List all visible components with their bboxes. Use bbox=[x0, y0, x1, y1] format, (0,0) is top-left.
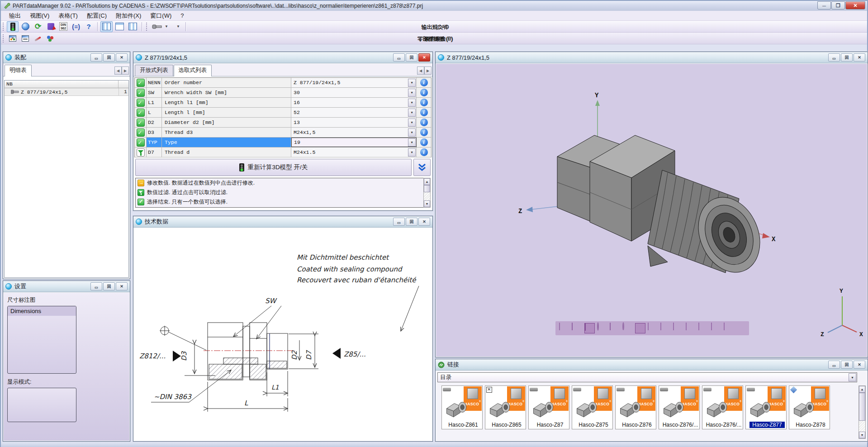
shaded-mode-button[interactable] bbox=[584, 323, 595, 333]
assembly-table-header[interactable]: NB bbox=[5, 81, 128, 88]
zoom-fit-button[interactable] bbox=[597, 323, 607, 333]
info-icon[interactable]: i bbox=[420, 128, 428, 136]
param-row[interactable]: L1 Length l1 [mm] 16 ▼ i bbox=[135, 98, 431, 108]
tile-label[interactable]: Hasco-Z861 bbox=[444, 422, 482, 428]
tech-panel-titlebar[interactable]: 技术数据 bbox=[133, 216, 432, 228]
dropdown-arrow[interactable]: ▼ bbox=[408, 109, 416, 117]
row-status-icon[interactable] bbox=[137, 138, 145, 147]
assembly-panel-titlebar[interactable]: 装配 bbox=[3, 52, 130, 63]
param-value-combobox[interactable]: 52 ▼ bbox=[291, 108, 417, 117]
param-row[interactable]: L Length l [mm] 52 ▼ i bbox=[135, 108, 431, 118]
scroll-thumb[interactable] bbox=[424, 185, 430, 192]
info-icon[interactable]: i bbox=[420, 99, 428, 106]
expand-button[interactable] bbox=[413, 159, 431, 176]
dropdown-arrow[interactable]: ▼ bbox=[849, 373, 856, 381]
param-value-combobox[interactable]: M24x1,5 ▼ bbox=[291, 128, 417, 137]
menu-item[interactable]: 附加件(X) bbox=[111, 11, 146, 21]
rotate-view-button[interactable] bbox=[622, 323, 633, 333]
dropdown-arrow[interactable]: ▼ bbox=[408, 99, 416, 107]
menu-item[interactable]: 配置(C) bbox=[82, 11, 111, 21]
export-to-file-button[interactable]: 输出成文件▼ bbox=[171, 21, 183, 32]
row-status-icon[interactable] bbox=[137, 119, 145, 127]
viewer-panel-titlebar[interactable]: Z 877/19/24x1,5 bbox=[436, 52, 868, 63]
measure-button[interactable] bbox=[635, 323, 645, 333]
info-icon[interactable]: i bbox=[420, 79, 428, 86]
params-panel-titlebar[interactable]: Z 877/19/24x1,5 bbox=[133, 52, 432, 63]
param-value-combobox[interactable]: 13 ▼ bbox=[291, 118, 417, 127]
param-row[interactable]: D3 Thread d3 M24x1,5 ▼ i bbox=[135, 128, 431, 138]
tile-label[interactable]: Hasco-Z865 bbox=[488, 422, 526, 428]
dropdown-arrow[interactable]: ▼ bbox=[408, 128, 416, 137]
info-icon[interactable]: i bbox=[420, 109, 428, 116]
panel-maximize-button[interactable] bbox=[841, 361, 853, 369]
row-status-icon[interactable] bbox=[137, 109, 145, 117]
view-cube-4-button[interactable] bbox=[686, 323, 696, 333]
links-scrollbar[interactable]: ▲ ▼ bbox=[859, 385, 866, 439]
tile-label[interactable]: Hasco-Z877 bbox=[749, 422, 785, 428]
catalog-combobox[interactable]: 目录 ▼ bbox=[437, 372, 857, 382]
panel-minimize-button[interactable] bbox=[393, 218, 405, 226]
view-cube-5-button[interactable] bbox=[698, 323, 709, 333]
view-cube-6-button[interactable] bbox=[711, 323, 721, 333]
panel-maximize-button[interactable] bbox=[841, 53, 853, 62]
info-icon[interactable]: i bbox=[420, 138, 428, 146]
legend-scrollbar[interactable]: ▲ ▼ bbox=[423, 178, 431, 208]
panel-close-button[interactable] bbox=[418, 218, 430, 226]
menu-item[interactable]: ? bbox=[176, 11, 188, 20]
panel-close-button[interactable] bbox=[854, 53, 865, 62]
catalog-tile[interactable]: HASCO Hasco-Z876/... bbox=[659, 385, 700, 429]
panel-close-button[interactable] bbox=[116, 282, 128, 290]
menu-item[interactable]: 窗口(W) bbox=[146, 11, 176, 21]
catalog-tile[interactable]: HASCO Hasco-Z87 bbox=[528, 385, 569, 429]
tile-label[interactable]: Hasco-Z876 bbox=[618, 422, 656, 428]
panel-close-button[interactable] bbox=[854, 361, 865, 369]
scroll-down-button[interactable]: ▼ bbox=[424, 200, 430, 207]
tab-selection-list[interactable]: 选取式列表 bbox=[174, 65, 212, 76]
scroll-up-button[interactable]: ▲ bbox=[424, 178, 430, 185]
row-status-icon[interactable] bbox=[137, 89, 145, 97]
tile-label[interactable]: Hasco-Z878 bbox=[792, 422, 830, 428]
tab-open-list[interactable]: 开放式列表 bbox=[135, 65, 173, 76]
tab-scroll-right[interactable]: ▶ bbox=[122, 67, 129, 75]
view-cube-1-button[interactable] bbox=[648, 323, 658, 333]
scroll-down-button[interactable]: ▼ bbox=[859, 432, 865, 438]
param-row[interactable]: NENN Order number Z 877/19/24x1,5 ▼ i bbox=[135, 78, 431, 88]
links-panel-titlebar[interactable]: 链接 bbox=[436, 359, 868, 371]
display-mode-listbox[interactable] bbox=[7, 388, 76, 422]
panel-close-button[interactable] bbox=[418, 53, 430, 62]
catalog-tile[interactable]: HASCO Hasco-Z865 bbox=[485, 385, 526, 429]
panel-maximize-button[interactable] bbox=[406, 53, 417, 62]
dimensions-list-item[interactable]: Dimensions bbox=[8, 306, 76, 316]
user-platform-button[interactable]: 用户平台 bbox=[45, 33, 57, 44]
panel-maximize-button[interactable] bbox=[406, 218, 417, 226]
window-close-button[interactable] bbox=[845, 1, 865, 10]
row-status-icon[interactable] bbox=[137, 128, 145, 137]
tile-label[interactable]: Hasco-Z876/... bbox=[661, 422, 699, 428]
assembly-row[interactable]: Z 877/19/24x1,5 1 bbox=[5, 88, 128, 96]
tab-scroll-left[interactable]: ◀ bbox=[114, 67, 122, 75]
title-bar[interactable]: PARTdataManager 9.02 - PARTsolutions by … bbox=[1, 1, 867, 11]
row-status-icon[interactable] bbox=[137, 148, 145, 157]
menu-item[interactable]: 视图(V) bbox=[25, 11, 54, 21]
dropdown-arrow[interactable]: ▼ bbox=[408, 148, 416, 157]
zoom-area-button[interactable] bbox=[610, 323, 620, 333]
panel-minimize-button[interactable] bbox=[90, 282, 102, 290]
dropdown-arrow[interactable]: ▼ bbox=[408, 138, 416, 147]
panel-maximize-button[interactable] bbox=[103, 282, 115, 290]
param-value-combobox[interactable]: 30 ▼ bbox=[291, 88, 417, 97]
panel-minimize-button[interactable] bbox=[828, 361, 840, 369]
info-icon[interactable]: i bbox=[420, 119, 428, 126]
window-maximize-button[interactable] bbox=[831, 1, 845, 10]
param-value-combobox[interactable]: M24x1.5 ▼ bbox=[291, 147, 417, 157]
param-row[interactable]: SW Wrench width SW [mm] 30 ▼ i bbox=[135, 88, 431, 98]
tile-label[interactable]: Hasco-Z876/... bbox=[705, 422, 743, 428]
dropdown-arrow[interactable]: ▼ bbox=[408, 79, 416, 87]
viewer-3d-canvas[interactable]: Y Z X bbox=[436, 64, 867, 357]
settings-panel-titlebar[interactable]: 设置 bbox=[3, 281, 130, 292]
flat-shading-button[interactable] bbox=[572, 323, 582, 333]
menu-item[interactable]: 表格(T) bbox=[54, 11, 82, 21]
recalculate-3d-button[interactable]: 重新计算3D模型 开/关 bbox=[135, 159, 412, 176]
view-cube-2-button[interactable] bbox=[660, 323, 671, 333]
param-row[interactable]: D7 Thread d M24x1.5 ▼ i bbox=[135, 147, 431, 157]
param-value-combobox[interactable]: 19 ▼ bbox=[291, 138, 417, 147]
